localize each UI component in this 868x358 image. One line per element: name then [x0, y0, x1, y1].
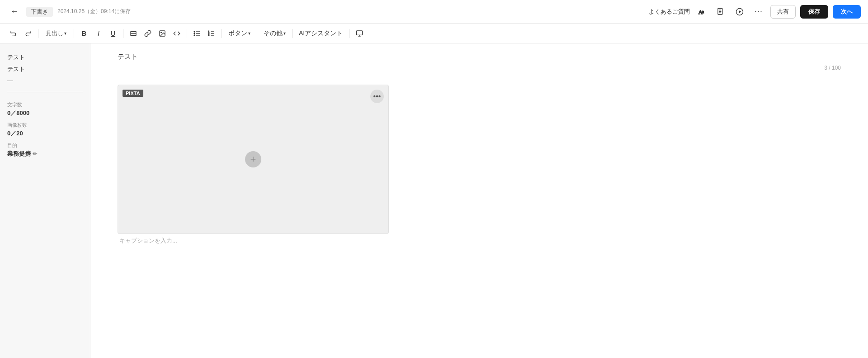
share-button[interactable]: 共有	[770, 5, 796, 19]
heading-button[interactable]: 見出し ▾	[42, 27, 70, 40]
sidebar-divider	[7, 92, 83, 92]
svg-point-15	[194, 31, 195, 32]
list-unordered-button[interactable]	[191, 27, 203, 40]
svg-text:3: 3	[208, 34, 210, 36]
editor-toolbar: 見出し ▾ B I U 123 ボタン ▾ その他 ▾ AIアシスタント	[0, 24, 868, 43]
pixta-badge: PIXTA	[123, 90, 143, 97]
sidebar-item-2: テスト	[7, 64, 83, 74]
image-caption[interactable]: キャプションを入力...	[118, 234, 841, 248]
sidebar-item-1: テスト	[7, 53, 83, 62]
word-count-label: 文字数	[7, 101, 83, 108]
svg-point-16	[194, 33, 195, 34]
word-count-value: 0／8000	[7, 109, 83, 117]
draft-badge: 下書き	[26, 7, 53, 17]
italic-button[interactable]: I	[92, 27, 105, 40]
toolbar-sep-4	[187, 29, 187, 38]
code-button[interactable]	[170, 27, 183, 40]
list-ordered-button[interactable]: 123	[205, 27, 218, 40]
align-button[interactable]	[127, 27, 140, 40]
image-block: PIXTA ••• +	[118, 85, 389, 234]
redo-button[interactable]	[22, 27, 34, 40]
image-count-label: 画像枚数	[7, 122, 83, 129]
edit-purpose-icon[interactable]: ✏	[33, 151, 37, 157]
svg-point-11	[161, 32, 162, 33]
more-options-button[interactable]: ···	[751, 5, 766, 19]
toolbar-sep-8	[349, 29, 349, 38]
svg-rect-24	[357, 31, 363, 35]
sidebar-item-3: —	[7, 76, 83, 85]
link-button[interactable]	[142, 27, 154, 40]
save-button[interactable]: 保存	[800, 5, 828, 19]
ai-assistant-button[interactable]: AIアシスタント	[296, 27, 345, 40]
sidebar: テスト テスト — 文字数 0／8000 画像枚数 0／20 目的 業務提携 ✏	[0, 43, 90, 358]
undo-button[interactable]	[7, 27, 20, 40]
bold-button[interactable]: B	[78, 27, 90, 40]
svg-text:a: a	[702, 9, 704, 14]
image-add-button[interactable]: +	[245, 151, 261, 167]
faq-link[interactable]: よくあるご質問	[649, 8, 690, 16]
play-icon-button[interactable]	[732, 5, 747, 19]
document-icon-button[interactable]	[713, 5, 728, 19]
content-area: テスト 3 / 100 PIXTA ••• + キャプションを入力...	[90, 43, 868, 358]
save-time: 2024.10.25（金）09:14に保存	[57, 8, 131, 15]
toolbar-sep-1	[38, 29, 38, 38]
toolbar-sep-7	[292, 29, 292, 38]
toolbar-sep-2	[74, 29, 74, 38]
main-layout: テスト テスト — 文字数 0／8000 画像枚数 0／20 目的 業務提携 ✏…	[0, 43, 868, 358]
underline-button[interactable]: U	[107, 27, 119, 40]
image-insert-button[interactable]	[156, 27, 169, 40]
image-more-button[interactable]: •••	[370, 90, 384, 103]
content-title[interactable]: テスト	[118, 53, 841, 61]
char-count: 3 / 100	[118, 65, 841, 71]
font-icon-button[interactable]: Aa	[694, 5, 709, 19]
toolbar-sep-5	[222, 29, 222, 38]
image-count-value: 0／20	[7, 129, 83, 138]
purpose-label: 目的	[7, 142, 83, 149]
preview-button[interactable]	[353, 27, 366, 40]
purpose-value: 業務提携 ✏	[7, 150, 83, 158]
toolbar-sep-6	[257, 29, 257, 38]
header-left: ← 下書き 2024.10.25（金）09:14に保存	[7, 5, 131, 19]
more-toolbar-button[interactable]: その他 ▾	[261, 27, 288, 40]
sidebar-stats: 文字数 0／8000 画像枚数 0／20 目的 業務提携 ✏	[7, 101, 83, 158]
svg-marker-7	[739, 10, 741, 13]
next-button[interactable]: 次へ	[833, 5, 861, 19]
header-right: よくあるご質問 Aa ··· 共有 保存 次へ	[649, 5, 861, 19]
svg-point-17	[194, 35, 195, 36]
header: ← 下書き 2024.10.25（金）09:14に保存 よくあるご質問 Aa ·…	[0, 0, 868, 24]
back-button[interactable]: ←	[7, 5, 22, 19]
button-insert-button[interactable]: ボタン ▾	[226, 27, 253, 40]
toolbar-sep-3	[123, 29, 123, 38]
